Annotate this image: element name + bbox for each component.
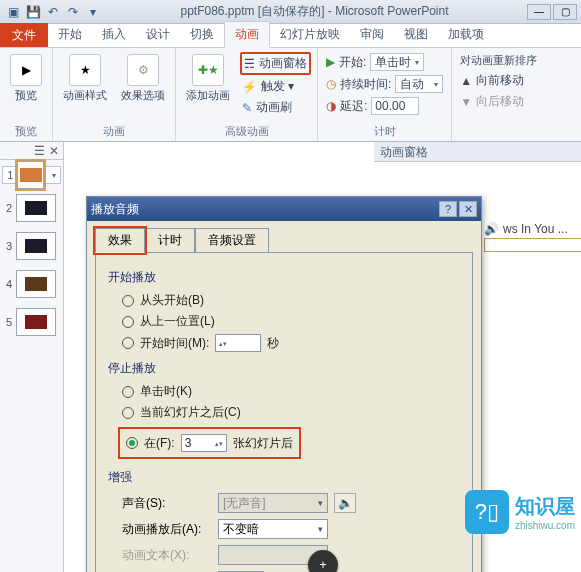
tab-addins[interactable]: 加载项: [438, 22, 494, 47]
duration-row: ◷ 持续时间: 自动: [324, 74, 445, 94]
slide-panel-tabs: ☰ ✕: [0, 142, 63, 160]
file-tab[interactable]: 文件: [0, 23, 48, 47]
watermark-url: zhishiwu.com: [515, 520, 575, 531]
ribbon-group-preview: ▶ 预览 预览: [0, 48, 53, 141]
enhance-label: 增强: [108, 469, 460, 486]
sound-volume-button[interactable]: 🔈: [334, 493, 356, 513]
ribbon-group-reorder: 对动画重新排序 ▲ 向前移动 ▼ 向后移动: [452, 48, 545, 141]
ribbon-group-timing: ▶ 开始: 单击时 ◷ 持续时间: 自动 ◑ 延迟: 00.00 计时: [318, 48, 452, 141]
slide-thumb-2[interactable]: 2: [2, 194, 61, 222]
dialog-tabs: 效果 计时 音频设置: [87, 221, 481, 252]
close-panel-icon[interactable]: ✕: [49, 144, 59, 158]
slides-count-input[interactable]: 3: [181, 434, 227, 452]
save-icon[interactable]: 💾: [24, 3, 42, 21]
audio-icon: 🔊: [484, 222, 499, 236]
plus-icon: +: [319, 558, 326, 572]
group-title-preview: 预览: [6, 122, 46, 139]
effect-options-button[interactable]: ⚙ 效果选项: [117, 52, 169, 105]
title-bar: ▣ 💾 ↶ ↷ ▾ pptF086.pptm [自动保存的] - Microso…: [0, 0, 581, 24]
slide-panel: ☰ ✕ 1 2 3 4 5: [0, 142, 64, 572]
move-earlier-button[interactable]: ▲ 向前移动: [458, 71, 539, 90]
add-animation-button[interactable]: ✚★ 添加动画: [182, 52, 234, 105]
slide-thumb-5[interactable]: 5: [2, 308, 61, 336]
duration-select[interactable]: 自动: [395, 75, 443, 93]
ribbon: ▶ 预览 预览 ★ 动画样式 ⚙ 效果选项 动画 ✚★ 添加动画: [0, 48, 581, 142]
ribbon-group-animation: ★ 动画样式 ⚙ 效果选项 动画: [53, 48, 176, 141]
after-anim-dropdown[interactable]: 不变暗: [218, 519, 328, 539]
animation-painter-button[interactable]: ✎ 动画刷: [240, 98, 311, 117]
minimize-button[interactable]: —: [527, 4, 551, 20]
start-playback-label: 开始播放: [108, 269, 460, 286]
watermark-logo-icon: ?▯: [465, 490, 509, 534]
qat-dropdown-icon[interactable]: ▾: [84, 3, 102, 21]
tab-design[interactable]: 设计: [136, 22, 180, 47]
sound-dropdown[interactable]: [无声音]: [218, 493, 328, 513]
delay-input[interactable]: 00.00: [371, 97, 419, 115]
duration-icon: ◷: [326, 77, 336, 91]
watermark: ?▯ 知识屋 zhishiwu.com: [465, 490, 575, 534]
radio-after-current-slide[interactable]: 当前幻灯片之后(C): [108, 402, 460, 423]
delay-icon: ◑: [326, 99, 336, 113]
tab-effect[interactable]: 效果: [95, 228, 145, 253]
speaker-icon: 🔈: [338, 496, 353, 510]
anim-text-row: 动画文本(X):: [108, 542, 460, 568]
radio-from-beginning[interactable]: 从头开始(B): [108, 290, 460, 311]
radio-after-n-slides[interactable]: 在(F): 3 张幻灯片后: [126, 432, 293, 454]
slide-thumb-1[interactable]: 1: [2, 166, 61, 184]
down-arrow-icon: ▼: [460, 95, 472, 109]
stop-playback-label: 停止播放: [108, 360, 460, 377]
after-anim-row: 动画播放后(A): 不变暗: [108, 516, 460, 542]
radio-start-time[interactable]: 开始时间(M): 秒: [108, 332, 460, 354]
animation-timeline-bar[interactable]: ▷: [484, 238, 581, 252]
animation-item[interactable]: 🔊 ws In You ...: [484, 222, 568, 236]
ribbon-tabs: 文件 开始 插入 设计 切换 动画 幻灯片放映 审阅 视图 加载项: [0, 24, 581, 48]
tab-slideshow[interactable]: 幻灯片放映: [270, 22, 350, 47]
ribbon-group-advanced: ✚★ 添加动画 ☴ 动画窗格 ⚡ 触发 ▾ ✎ 动画刷 高级动画: [176, 48, 318, 141]
radio-from-last[interactable]: 从上一位置(L): [108, 311, 460, 332]
tab-insert[interactable]: 插入: [92, 22, 136, 47]
help-button[interactable]: ?: [439, 201, 457, 217]
undo-icon[interactable]: ↶: [44, 3, 62, 21]
quick-access-toolbar: ▣ 💾 ↶ ↷ ▾: [4, 3, 102, 21]
animation-pane-button[interactable]: ☴ 动画窗格: [240, 52, 311, 75]
dialog-title: 播放音频: [91, 201, 139, 218]
reorder-title: 对动画重新排序: [458, 52, 539, 69]
add-fab-button[interactable]: +: [308, 550, 338, 572]
close-button[interactable]: ✕: [459, 201, 477, 217]
group-title-animation: 动画: [59, 122, 169, 139]
tab-review[interactable]: 审阅: [350, 22, 394, 47]
tab-home[interactable]: 开始: [48, 22, 92, 47]
radio-on-click[interactable]: 单击时(K): [108, 381, 460, 402]
tab-animation[interactable]: 动画: [224, 21, 270, 48]
tab-view[interactable]: 视图: [394, 22, 438, 47]
watermark-brand: 知识屋: [515, 493, 575, 520]
start-row: ▶ 开始: 单击时: [324, 52, 445, 72]
start-time-input[interactable]: [215, 334, 261, 352]
preview-icon: ▶: [10, 54, 42, 86]
painter-icon: ✎: [242, 101, 252, 115]
tab-transition[interactable]: 切换: [180, 22, 224, 47]
letter-delay-row: 字母之间延迟百分 +: [108, 568, 460, 572]
highlighted-stop-after-row: 在(F): 3 张幻灯片后: [118, 427, 301, 459]
maximize-button[interactable]: ▢: [553, 4, 577, 20]
start-select[interactable]: 单击时: [370, 53, 424, 71]
animation-pane-title: 动画窗格: [374, 142, 581, 162]
redo-icon[interactable]: ↷: [64, 3, 82, 21]
anim-style-icon: ★: [69, 54, 101, 86]
outline-tab-icon[interactable]: ☰: [34, 144, 45, 158]
anim-style-button[interactable]: ★ 动画样式: [59, 52, 111, 105]
window-title: pptF086.pptm [自动保存的] - Microsoft PowerPo…: [102, 3, 527, 20]
tab-timing[interactable]: 计时: [145, 228, 195, 253]
preview-button[interactable]: ▶ 预览: [6, 52, 46, 105]
tab-audio-settings[interactable]: 音频设置: [195, 228, 269, 253]
slide-thumb-3[interactable]: 3: [2, 232, 61, 260]
play-audio-dialog: 播放音频 ? ✕ 效果 计时 音频设置 开始播放 从头开始(B) 从上一位置(L…: [86, 196, 482, 572]
group-title-timing: 计时: [324, 122, 445, 139]
move-later-button[interactable]: ▼ 向后移动: [458, 92, 539, 111]
dialog-body: 开始播放 从头开始(B) 从上一位置(L) 开始时间(M): 秒 停止播放 单击…: [95, 252, 473, 572]
radio-on-icon: [126, 437, 138, 449]
trigger-button[interactable]: ⚡ 触发 ▾: [240, 77, 311, 96]
slide-thumb-4[interactable]: 4: [2, 270, 61, 298]
dialog-titlebar: 播放音频 ? ✕: [87, 197, 481, 221]
powerpoint-icon: ▣: [4, 3, 22, 21]
